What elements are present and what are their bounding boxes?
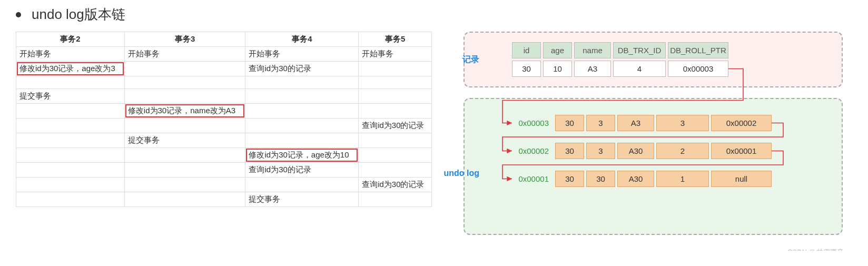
undo-address: 0x00001 xyxy=(512,174,549,183)
table-cell: 查询id为30的记录 xyxy=(359,178,432,192)
record-current-row: 3010A340x00003 xyxy=(512,61,831,77)
undo-cell: 1 xyxy=(656,171,709,187)
table-row: 查询id为30的记录 xyxy=(16,163,432,178)
table-cell xyxy=(16,76,125,89)
highlight-box xyxy=(125,104,245,117)
table-cell: 修改id为30记录，age改为10 xyxy=(245,148,359,163)
table-cell xyxy=(359,104,432,119)
column-header: age xyxy=(543,42,572,58)
table-cell xyxy=(245,89,359,104)
table-cell xyxy=(359,148,432,163)
table-cell xyxy=(359,76,432,89)
undo-log-panel: undo log 0x00003303A330x000020x00002303A… xyxy=(463,98,843,235)
highlight-box xyxy=(17,62,124,75)
table-cell: 开始事务 xyxy=(359,47,432,62)
table-cell xyxy=(124,163,245,178)
table-row: 提交事务 xyxy=(16,89,432,104)
undo-cell: 30 xyxy=(555,115,584,131)
table-cell xyxy=(359,192,432,207)
table-cell xyxy=(359,133,432,148)
tx-header: 事务3 xyxy=(124,32,245,47)
table-cell xyxy=(124,76,245,89)
table-row: 查询id为30的记录 xyxy=(16,119,432,133)
table-row: 提交事务 xyxy=(16,133,432,148)
undo-row: 0x00003303A330x00002 xyxy=(512,115,831,131)
table-cell: 查询id为30的记录 xyxy=(245,62,359,76)
table-cell: 修改id为30记录，age改为3 xyxy=(16,62,125,76)
table-cell xyxy=(124,178,245,192)
table-cell: 提交事务 xyxy=(124,133,245,148)
table-cell xyxy=(124,148,245,163)
tx-header: 事务5 xyxy=(359,32,432,47)
column-header: DB_TRX_ID xyxy=(613,42,666,58)
undo-cell: 2 xyxy=(656,143,709,159)
table-cell xyxy=(359,163,432,178)
table-cell xyxy=(245,76,359,89)
record-cell: 30 xyxy=(512,61,541,77)
table-cell xyxy=(245,119,359,133)
undo-cell: null xyxy=(711,171,772,187)
table-cell xyxy=(245,133,359,148)
table-row: 修改id为30记录，age改为10 xyxy=(16,148,432,163)
table-cell: 提交事务 xyxy=(16,89,125,104)
undo-row: 0x00002303A3020x00001 xyxy=(512,143,831,159)
column-header: id xyxy=(512,42,541,58)
table-cell: 提交事务 xyxy=(245,192,359,207)
undo-cell: 3 xyxy=(656,115,709,131)
undo-cell: A30 xyxy=(617,171,654,187)
table-row xyxy=(16,76,432,89)
undo-log-label: undo log xyxy=(437,169,479,178)
table-cell xyxy=(124,119,245,133)
table-row: 查询id为30的记录 xyxy=(16,178,432,192)
table-cell xyxy=(16,163,125,178)
transaction-table: 事务2事务3事务4事务5 开始事务开始事务开始事务开始事务修改id为30记录，a… xyxy=(16,32,432,207)
table-cell: 查询id为30的记录 xyxy=(245,163,359,178)
tx-header: 事务2 xyxy=(16,32,125,47)
undo-cell: A30 xyxy=(617,143,654,159)
table-cell: 开始事务 xyxy=(124,47,245,62)
record-header-row: idagenameDB_TRX_IDDB_ROLL_PTR xyxy=(512,42,831,58)
table-cell xyxy=(16,178,125,192)
record-cell: 10 xyxy=(543,61,572,77)
record-cell: 4 xyxy=(613,61,666,77)
undo-address: 0x00003 xyxy=(512,119,549,127)
table-cell: 开始事务 xyxy=(16,47,125,62)
table-row: 修改id为30记录，name改为A3 xyxy=(16,104,432,119)
undo-row: 0x000013030A301null xyxy=(512,171,831,187)
undo-cell: 3 xyxy=(586,115,615,131)
table-cell xyxy=(16,192,125,207)
tx-header: 事务4 xyxy=(245,32,359,47)
highlight-box xyxy=(246,149,358,162)
undo-log-diagram: 记录 idagenameDB_TRX_IDDB_ROLL_PTR 3010A34… xyxy=(463,32,843,245)
record-cell: A3 xyxy=(574,61,611,77)
table-cell xyxy=(16,133,125,148)
current-record-panel: 记录 idagenameDB_TRX_IDDB_ROLL_PTR 3010A34… xyxy=(463,32,843,87)
table-cell xyxy=(16,104,125,119)
page-title: undo log版本链 xyxy=(16,5,852,24)
table-cell xyxy=(16,148,125,163)
table-cell: 开始事务 xyxy=(245,47,359,62)
undo-cell: 30 xyxy=(586,171,615,187)
undo-cell: 3 xyxy=(586,143,615,159)
watermark: CSDN @林雪雨音 xyxy=(787,248,843,251)
undo-cell: 30 xyxy=(555,171,584,187)
table-cell: 查询id为30的记录 xyxy=(359,119,432,133)
table-cell: 修改id为30记录，name改为A3 xyxy=(124,104,245,119)
record-cell: 0x00003 xyxy=(668,61,728,77)
undo-cell: 0x00002 xyxy=(711,115,772,131)
undo-cell: 30 xyxy=(555,143,584,159)
table-row: 提交事务 xyxy=(16,192,432,207)
table-cell xyxy=(359,89,432,104)
undo-address: 0x00002 xyxy=(512,146,549,155)
table-cell xyxy=(124,62,245,76)
bullet-icon xyxy=(16,12,21,17)
table-cell xyxy=(124,89,245,104)
table-cell xyxy=(124,192,245,207)
undo-cell: A3 xyxy=(617,115,654,131)
table-row: 开始事务开始事务开始事务开始事务 xyxy=(16,47,432,62)
column-header: name xyxy=(574,42,611,58)
table-cell xyxy=(359,62,432,76)
record-label: 记录 xyxy=(437,54,479,65)
undo-cell: 0x00001 xyxy=(711,143,772,159)
title-text: undo log版本链 xyxy=(32,5,125,24)
